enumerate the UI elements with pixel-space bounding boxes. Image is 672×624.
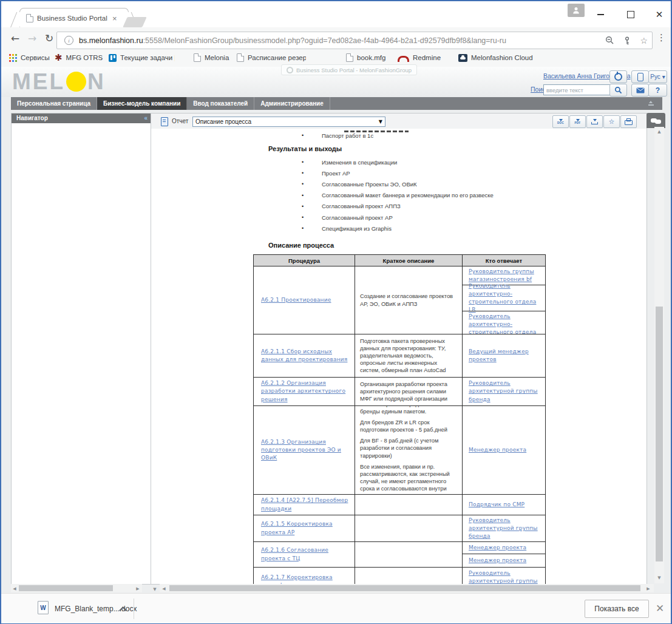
window-minimize-button[interactable] [591,7,609,22]
bookmark-book-mfg[interactable]: book.mfg [346,52,385,64]
star-icon: ☆ [609,118,615,125]
bookmark-melonia[interactable]: Melonia [194,52,229,64]
nav-tab-indicators[interactable]: Ввод показателей [187,97,254,110]
nav-tab-administration[interactable]: Администрирование [254,97,330,110]
responsible-link[interactable]: Руководитель архитектурно-строительного … [469,313,543,334]
bookmark-tasks-trello[interactable]: Текущие задачи | Trel [109,52,175,64]
apps-grid-icon [9,54,17,62]
scroll-up-icon[interactable]: ▲ [654,129,664,134]
responsible-link[interactable]: Менеджер проекта [469,446,526,454]
scroll-right-icon[interactable]: ▶ [645,586,652,591]
tab-close-icon[interactable]: × [112,15,117,22]
procedure-link[interactable]: A6.2.1.5 Корректировка проекта АР [261,520,351,536]
scroll-left-icon[interactable]: ◀ [11,586,18,591]
description-text: Подготовка пакета проверенных данных для… [360,337,457,374]
process-table: Процедура Краткое описание Кто отвечает … [253,254,546,584]
sidebar-hscroll-thumb[interactable] [19,585,113,591]
bookmark-mfg-otrs[interactable]: ✱ MFG OTRS [55,52,103,64]
list-item: Согласованный проект АР [302,212,494,223]
address-bar[interactable]: i bs.melonfashion.ru:5558/MelonFashionGr… [56,32,653,49]
description-text: Все изменения, правки и пр. рассматриваю… [360,463,457,494]
nav-tab-business-model[interactable]: Бизнес-модель компании [97,97,187,110]
responsible-link[interactable]: Подрядчик по СМР [469,501,524,509]
bookmark-redmine[interactable]: Redmine [398,52,441,64]
scroll-right-icon[interactable]: ▶ [134,586,141,591]
main-hscroll-thumb[interactable] [169,585,640,591]
new-tab-button[interactable] [123,17,147,27]
main-vscroll-thumb[interactable] [656,307,663,561]
export-pdf-button[interactable]: PDF [569,115,586,128]
bookmark-services[interactable]: Сервисы [9,52,50,64]
results-heading: Результаты и выходы [268,145,342,152]
zoom-icon[interactable] [605,36,614,45]
procedure-link[interactable]: A6.2.1.2 Организация разработки архитект… [261,379,351,403]
export-doc-button[interactable]: DOC [552,115,569,128]
scroll-down-icon[interactable]: ▼ [654,575,664,580]
responsible-link[interactable]: Руководитель группы магазиностроения bf [469,268,543,283]
responsible-link[interactable]: Руководитель архитектурной группы бренда [469,379,543,403]
maximize-icon [627,11,634,18]
portal-tooltip: Business Studio Portal - MelonFashionGro… [281,64,417,75]
list-item: Спецификация из Graphis [302,223,494,234]
list-item: Изменения в спецификации [302,157,494,168]
responsible-link[interactable]: Руководитель архитектурной группы бренда [469,569,543,584]
bookmark-schedule[interactable]: Расписание резервиров [237,52,306,64]
help-button[interactable]: ? [648,84,667,97]
print-report-button[interactable] [620,115,637,128]
responsible-link[interactable]: Ведущий менеджер проектов [469,348,543,364]
list-item: Согласованный проект АППЗ [302,201,494,212]
search-input[interactable] [543,84,613,95]
table-row: A6.2.1.4 [A22.7.5] Переобмер площадки По… [254,494,545,515]
responsible-link[interactable]: Менеджер проекта [469,557,526,565]
scroll-down-icon[interactable]: ▼ [151,587,159,592]
close-downloads-icon[interactable]: ✕ [656,602,664,614]
responsible-link[interactable]: Руководитель архитектурной группы бренда [469,517,543,540]
description-text: Готовые проекты предоставляются в бренды… [360,406,457,415]
scroll-left-icon[interactable]: ◀ [160,586,168,591]
responsible-link[interactable]: Менеджер проекта [469,544,526,552]
language-button[interactable]: Рус ▾ [648,70,667,83]
mobile-version-button[interactable] [631,70,649,83]
procedure-link[interactable]: A6.2.1 Проектирование [261,296,331,304]
report-select[interactable]: Описание процесса ▼ [192,117,385,127]
melon-logo: MELN [12,70,106,94]
show-all-downloads-button[interactable]: Показать все [585,600,649,618]
back-button[interactable]: ← [7,32,23,44]
comments-button[interactable] [647,113,665,128]
logout-button[interactable] [609,70,627,83]
responsible-link[interactable]: Руководитель архитектурно-строительного … [469,282,543,314]
window-close-button[interactable]: ✕ [650,7,668,22]
scroll-top-icon[interactable] [648,101,654,106]
procedure-link[interactable]: A6.2.1.7 Корректировка спецификации [261,574,351,584]
save-report-button[interactable] [586,115,603,128]
browser-tab[interactable]: Business Studio Portal A6 × [19,8,129,28]
portal-page: MELN Business Studio Portal - MelonFashi… [1,67,671,593]
bookmark-melonfashion-cloud[interactable]: Melonfashion Cloud [458,52,533,64]
page-info-icon[interactable]: i [64,36,73,45]
word-file-icon: W [38,601,49,614]
page-icon [194,53,201,62]
reload-button[interactable]: ↻ [41,32,57,44]
mail-button[interactable] [631,84,649,97]
procedure-link[interactable]: A6.2.1.1 Сбор исходных данных для проект… [261,348,351,364]
procedure-link[interactable]: A6.2.1.6 Согласование проекта с ТЦ [261,546,351,562]
forward-button[interactable]: → [24,32,40,44]
bookmark-star-icon[interactable]: ☆ [640,36,648,46]
browser-menu-icon[interactable]: ⋮ [657,32,666,43]
printer-icon [625,120,633,125]
profile-avatar-button[interactable] [568,4,585,17]
redmine-icon [398,56,409,62]
window-maximize-button[interactable] [622,7,640,22]
table-row: A6.2.1.3 Организация подготовки проектов… [254,405,545,494]
search-button[interactable] [609,84,627,97]
favorite-report-button[interactable]: ☆ [603,115,620,128]
report-toolbar: Отчет Описание процесса ▼ DOC PDF ☆ [151,114,647,129]
collapse-sidebar-icon[interactable]: « [144,114,148,123]
nav-tab-personal-page[interactable]: Персональная страница [11,97,97,110]
procedure-link[interactable]: A6.2.1.3 Организация подготовки проектов… [261,438,351,462]
procedure-link[interactable]: A6.2.1.4 [A22.7.5] Переобмер площадки [261,497,351,512]
url-text: bs.melonfashion.ru:5558/MelonFashionGrou… [79,36,601,45]
report-doc-icon [161,117,168,126]
browser-window: Business Studio Portal A6 × ✕ ← → ↻ i bs… [0,0,672,624]
password-key-icon[interactable] [623,36,631,45]
